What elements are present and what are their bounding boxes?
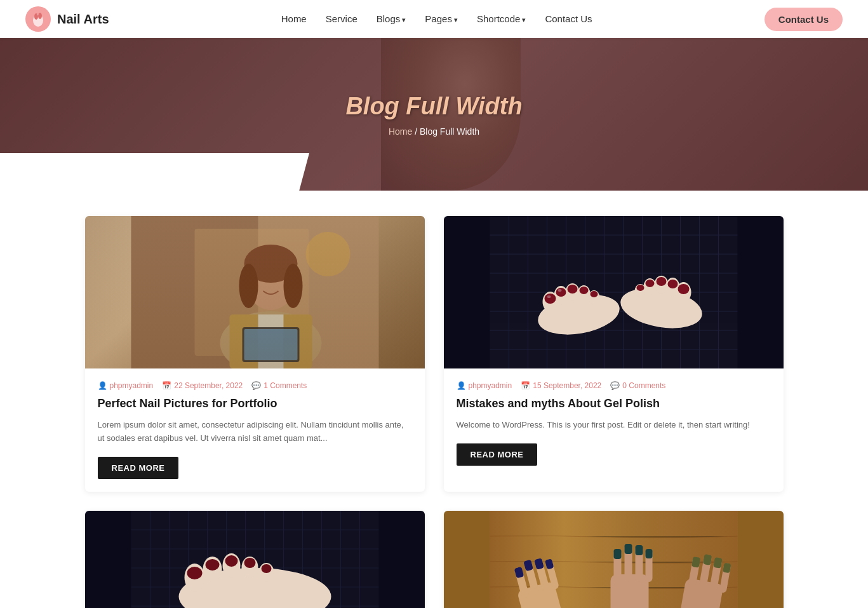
blog-card-1-title: Perfect Nail Pictures for Portfolio xyxy=(98,396,412,411)
blog-card-1-author: 👤 phpmyadmin xyxy=(98,381,154,390)
blog-card-2-excerpt: Welcome to WordPress. This is your first… xyxy=(457,419,771,432)
hero-banner: Blog Full Width Home / Blog Full Width xyxy=(0,38,868,191)
blog-card-1-image xyxy=(85,216,425,368)
user-icon-2: 👤 xyxy=(457,381,466,390)
svg-point-7 xyxy=(220,311,321,368)
svg-point-57 xyxy=(645,280,654,287)
svg-point-11 xyxy=(283,264,302,308)
breadcrumb-home[interactable]: Home xyxy=(389,126,412,137)
blog-card-2-illustration xyxy=(444,216,784,368)
nav-item-home[interactable]: Home xyxy=(281,13,307,25)
svg-point-87 xyxy=(205,559,219,571)
blog-card-3 xyxy=(85,511,425,608)
nav-link-pages[interactable]: Pages xyxy=(425,13,458,24)
svg-rect-13 xyxy=(258,314,283,368)
nav-item-service[interactable]: Service xyxy=(326,13,357,25)
blog-card-1-read-more[interactable]: READ MORE xyxy=(98,457,179,479)
svg-point-58 xyxy=(636,285,644,291)
svg-point-8 xyxy=(245,249,296,310)
breadcrumb-separator: / xyxy=(415,126,417,137)
blog-card-1-excerpt: Lorem ipsum dolor sit amet, consectetur … xyxy=(98,419,412,445)
svg-point-54 xyxy=(678,284,689,294)
blog-card-3-image xyxy=(85,511,425,608)
svg-point-45 xyxy=(567,285,577,294)
blog-card-4-illustration xyxy=(444,511,784,608)
svg-point-43 xyxy=(544,294,556,304)
nav-link-service[interactable]: Service xyxy=(326,13,357,24)
calendar-icon-2: 📅 xyxy=(521,381,530,390)
hero-title: Blog Full Width xyxy=(345,93,522,120)
blog-grid: 👤 phpmyadmin 📅 22 September, 2022 💬 1 Co… xyxy=(85,216,784,492)
hero-content: Blog Full Width Home / Blog Full Width xyxy=(345,93,522,137)
navbar: Nail Arts Home Service Blogs Pages Short… xyxy=(0,0,868,38)
svg-point-3 xyxy=(38,13,42,19)
svg-point-86 xyxy=(187,567,202,579)
nav-links: Home Service Blogs Pages Shortcode Conta… xyxy=(281,13,592,25)
breadcrumb-current: Blog Full Width xyxy=(420,126,479,137)
nav-link-shortcode[interactable]: Shortcode xyxy=(477,13,526,24)
nav-link-blogs[interactable]: Blogs xyxy=(377,13,406,24)
nav-link-contact[interactable]: Contact Us xyxy=(545,13,592,24)
svg-point-59 xyxy=(547,295,551,298)
svg-point-16 xyxy=(305,232,350,276)
comment-icon-2: 💬 xyxy=(610,381,620,390)
svg-point-89 xyxy=(244,558,255,568)
blog-card-4 xyxy=(444,511,784,608)
svg-rect-12 xyxy=(229,314,312,368)
nav-item-shortcode[interactable]: Shortcode xyxy=(477,13,526,25)
blog-grid-bottom xyxy=(85,511,784,608)
blog-card-1-comments: 💬 1 Comments xyxy=(251,381,307,390)
blog-card-1-date: 📅 22 September, 2022 xyxy=(162,381,243,390)
svg-rect-15 xyxy=(244,329,297,360)
svg-rect-4 xyxy=(131,216,378,368)
blog-card-2-comments: 💬 0 Comments xyxy=(610,381,665,390)
svg-point-60 xyxy=(558,289,561,292)
svg-point-44 xyxy=(556,288,566,297)
nav-item-contact[interactable]: Contact Us xyxy=(545,13,592,25)
blog-card-2-title: Mistakes and myths About Gel Polish xyxy=(457,396,771,411)
blog-card-2-meta: 👤 phpmyadmin 📅 15 September, 2022 💬 0 Co… xyxy=(457,381,771,390)
svg-point-55 xyxy=(667,280,678,288)
svg-rect-110 xyxy=(645,549,652,558)
blog-card-2-date: 📅 15 September, 2022 xyxy=(521,381,601,390)
svg-point-88 xyxy=(225,555,237,567)
blog-card-2-body: 👤 phpmyadmin 📅 15 September, 2022 💬 0 Co… xyxy=(444,368,784,478)
svg-point-46 xyxy=(579,287,588,294)
svg-point-47 xyxy=(590,291,598,297)
blog-card-3-illustration xyxy=(85,511,425,608)
svg-rect-5 xyxy=(131,216,258,368)
svg-rect-107 xyxy=(613,549,621,559)
nav-item-blogs[interactable]: Blogs xyxy=(377,13,406,25)
svg-point-56 xyxy=(656,277,666,286)
logo-icon xyxy=(25,6,51,32)
svg-rect-108 xyxy=(624,544,632,554)
blog-card-2-read-more[interactable]: READ MORE xyxy=(457,443,538,466)
calendar-icon: 📅 xyxy=(162,381,171,390)
nav-link-home[interactable]: Home xyxy=(281,13,307,24)
breadcrumb: Home / Blog Full Width xyxy=(345,126,522,137)
blog-card-1-illustration xyxy=(85,216,425,368)
blog-card-1: 👤 phpmyadmin 📅 22 September, 2022 💬 1 Co… xyxy=(85,216,425,492)
svg-rect-14 xyxy=(242,327,299,362)
logo-area[interactable]: Nail Arts xyxy=(25,6,109,32)
blog-card-2: 👤 phpmyadmin 📅 15 September, 2022 💬 0 Co… xyxy=(444,216,784,492)
user-icon: 👤 xyxy=(98,381,107,390)
brand-name: Nail Arts xyxy=(57,12,109,27)
contact-us-button[interactable]: Contact Us xyxy=(765,8,843,31)
svg-point-90 xyxy=(261,564,271,573)
svg-point-9 xyxy=(244,245,297,283)
comment-icon: 💬 xyxy=(251,381,261,390)
blog-card-1-meta: 👤 phpmyadmin 📅 22 September, 2022 💬 1 Co… xyxy=(98,381,412,390)
svg-rect-109 xyxy=(635,545,643,555)
svg-rect-6 xyxy=(194,229,309,356)
blog-card-2-author: 👤 phpmyadmin xyxy=(457,381,512,390)
svg-point-10 xyxy=(239,264,258,308)
nav-item-pages[interactable]: Pages xyxy=(425,13,458,25)
blog-card-2-image xyxy=(444,216,784,368)
blog-section: 👤 phpmyadmin 📅 22 September, 2022 💬 1 Co… xyxy=(72,216,796,608)
svg-point-2 xyxy=(34,13,38,20)
blog-card-1-body: 👤 phpmyadmin 📅 22 September, 2022 💬 1 Co… xyxy=(85,368,425,492)
blog-card-4-image xyxy=(444,511,784,608)
